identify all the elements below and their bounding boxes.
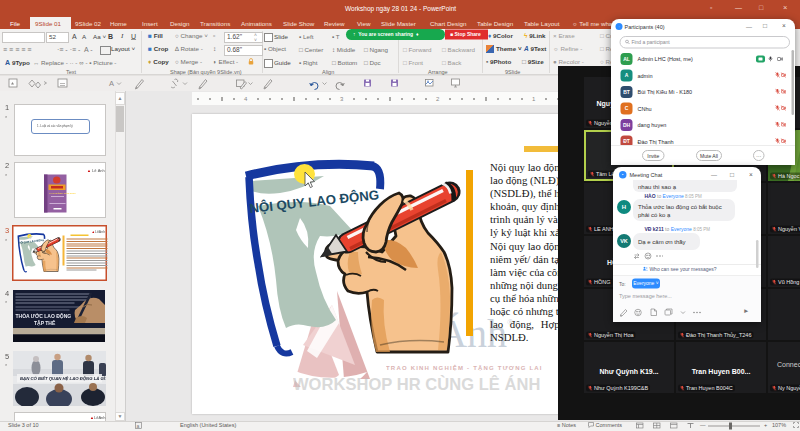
svg-text:a: a: [137, 423, 140, 429]
svg-text:A: A: [109, 79, 114, 88]
